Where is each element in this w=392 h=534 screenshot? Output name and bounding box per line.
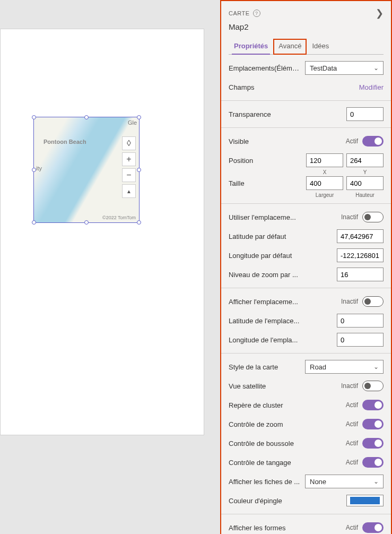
default-lon-label: Longitude par défaut — [229, 252, 333, 260]
control-name[interactable]: Map2 — [229, 22, 384, 31]
locate-button[interactable]: ◊ — [122, 136, 136, 150]
control-type-label: CARTE — [229, 10, 250, 16]
tab-advanced[interactable]: Avancé — [273, 39, 307, 55]
toggle-state-label: Actif — [346, 420, 358, 428]
resize-handle[interactable] — [137, 115, 141, 119]
transparency-label: Transparence — [229, 110, 342, 118]
default-zoom-input[interactable] — [337, 268, 384, 281]
size-label: Taille — [229, 179, 302, 187]
info-cards-label: Afficher les fiches de ... — [229, 478, 301, 486]
compass-control-label: Contrôle de boussole — [229, 440, 342, 447]
chevron-down-icon: ⌄ — [373, 64, 379, 72]
resize-handle[interactable] — [32, 168, 36, 172]
properties-panel: CARTE ? ❯ Map2 Propriétés Avancé Idées E… — [220, 0, 392, 534]
default-lon-input[interactable] — [337, 248, 384, 262]
location-lon-input[interactable] — [337, 333, 384, 347]
zoom-in-button[interactable]: + — [122, 152, 136, 166]
locations-select[interactable]: TestData ⌄ — [305, 61, 384, 75]
visible-label: Visible — [229, 137, 342, 145]
locations-label: Emplacements(Éléments) — [229, 64, 301, 72]
zoom-out-button[interactable]: − — [122, 168, 136, 182]
default-lat-input[interactable] — [337, 229, 384, 243]
tab-properties[interactable]: Propriétés — [229, 39, 273, 54]
show-shapes-toggle[interactable] — [362, 522, 384, 533]
resize-handle[interactable] — [32, 220, 36, 225]
show-shapes-label: Afficher les formes — [229, 524, 342, 532]
transparency-input[interactable] — [346, 107, 384, 121]
toggle-state-label: Inactif — [341, 213, 358, 221]
default-zoom-label: Niveau de zoom par ... — [229, 271, 333, 279]
use-location-toggle[interactable] — [362, 212, 384, 222]
zoom-control-label: Contrôle de zoom — [229, 420, 342, 428]
map-attribution: ©2022 TomTom — [102, 215, 136, 220]
fields-label: Champs — [229, 83, 355, 91]
resize-handle[interactable] — [84, 115, 89, 119]
toggle-state-label: Inactif — [341, 382, 358, 390]
zoom-control-toggle[interactable] — [362, 419, 384, 429]
toggle-state-label: Actif — [346, 440, 358, 447]
default-lat-label: Latitude par défaut — [229, 232, 333, 240]
map-style-label: Style de la carte — [229, 363, 301, 371]
location-lon-label: Longitude de l'empla... — [229, 336, 333, 344]
use-location-label: Utiliser l'emplaceme... — [229, 213, 337, 221]
visible-toggle[interactable] — [362, 136, 384, 147]
tab-ideas[interactable]: Idées — [307, 39, 334, 54]
width-input[interactable] — [306, 176, 343, 190]
pitch-button[interactable]: ▲ — [122, 184, 136, 198]
chevron-down-icon: ⌄ — [373, 478, 379, 485]
satellite-toggle[interactable] — [362, 381, 384, 391]
position-y-input[interactable] — [346, 153, 384, 167]
locations-value: TestData — [310, 64, 337, 72]
show-location-toggle[interactable] — [362, 296, 384, 307]
pin-color-picker[interactable] — [346, 495, 384, 506]
show-location-label: Afficher l'emplaceme... — [229, 298, 337, 306]
position-label: Position — [229, 157, 302, 165]
map-place-label: Gle — [128, 119, 137, 126]
canvas-area: Pontoon Beach Gle ity ©2022 TomTom ◊ + −… — [0, 29, 204, 435]
toggle-state-label: Actif — [346, 459, 358, 466]
y-caption: Y — [346, 169, 384, 175]
position-x-input[interactable] — [306, 153, 343, 167]
pitch-control-toggle[interactable] — [362, 457, 384, 468]
compass-control-toggle[interactable] — [362, 438, 384, 449]
map-controls: ◊ + − ▲ — [122, 136, 136, 198]
map-place-label: Pontoon Beach — [43, 139, 86, 145]
satellite-label: Vue satellite — [229, 382, 337, 390]
toggle-state-label: Actif — [346, 401, 358, 409]
resize-handle[interactable] — [32, 115, 36, 119]
resize-handle[interactable] — [84, 220, 89, 225]
toggle-state-label: Inactif — [341, 298, 358, 305]
panel-tabs: Propriétés Avancé Idées — [229, 39, 384, 55]
help-icon[interactable]: ? — [253, 10, 260, 17]
edit-fields-link[interactable]: Modifier — [359, 83, 384, 91]
map-place-label: ity — [36, 165, 42, 171]
pin-color-label: Couleur d'épingle — [229, 497, 342, 505]
info-cards-value: None — [310, 478, 326, 486]
cluster-label: Repère de cluster — [229, 401, 342, 409]
toggle-state-label: Actif — [346, 524, 358, 531]
info-cards-select[interactable]: None ⌄ — [305, 475, 384, 488]
map-style-value: Road — [310, 363, 326, 371]
location-lat-input[interactable] — [337, 314, 384, 328]
map-style-select[interactable]: Road ⌄ — [305, 360, 384, 374]
resize-handle[interactable] — [137, 168, 141, 172]
width-caption: Largeur — [306, 192, 343, 198]
pitch-control-label: Contrôle de tangage — [229, 459, 342, 467]
cluster-toggle[interactable] — [362, 400, 384, 410]
height-caption: Hauteur — [346, 192, 384, 198]
chevron-down-icon: ⌄ — [373, 363, 379, 371]
location-lat-label: Latitude de l'emplace... — [229, 317, 333, 325]
resize-handle[interactable] — [137, 220, 141, 225]
height-input[interactable] — [346, 176, 384, 190]
map-control[interactable]: Pontoon Beach Gle ity ©2022 TomTom ◊ + −… — [33, 117, 140, 223]
x-caption: X — [306, 169, 343, 175]
toggle-state-label: Actif — [346, 137, 358, 145]
collapse-panel-icon[interactable]: ❯ — [376, 7, 384, 19]
